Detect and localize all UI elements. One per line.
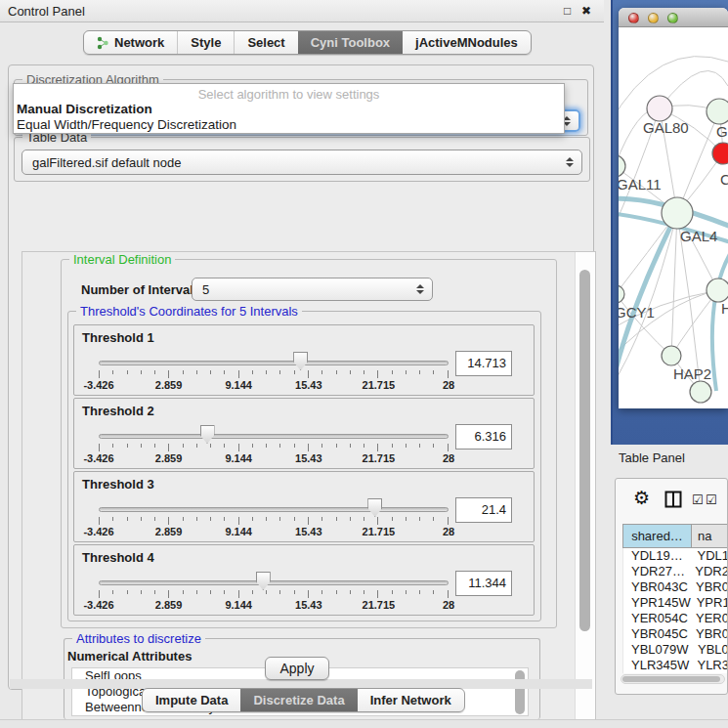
list-scrollbar[interactable]: [515, 670, 525, 714]
HAP2-node[interactable]: [662, 346, 681, 365]
minimize-traffic-light-icon[interactable]: [648, 13, 659, 23]
threshold-value-field[interactable]: 6.316: [455, 424, 512, 450]
checkbox-icon[interactable]: ☑: [706, 492, 717, 507]
table-row[interactable]: YDR27…YDR2: [623, 564, 728, 579]
bottom-node-node[interactable]: [690, 381, 711, 403]
table-row[interactable]: YER054CYER0: [623, 611, 728, 626]
slider-handle[interactable]: [256, 572, 271, 590]
slider-track[interactable]: [99, 507, 449, 512]
cell-name[interactable]: YPR1: [691, 595, 728, 611]
apply-button[interactable]: Apply: [265, 657, 329, 680]
slider-track[interactable]: [99, 361, 449, 365]
cell-name[interactable]: YER0: [690, 611, 728, 626]
split-columns-icon[interactable]: [664, 491, 682, 508]
threshold-block: Threshold 2 -3.4262.8599.14415.4321.7152…: [73, 398, 535, 469]
GAL4-node[interactable]: [662, 197, 693, 229]
threshold-value-field[interactable]: 21.4: [455, 497, 512, 523]
tick-label: 28: [443, 452, 454, 464]
tab-discretize-data[interactable]: Discretize Data: [240, 689, 357, 711]
horizontal-scrollbar[interactable]: [621, 674, 725, 684]
network-window-titlebar[interactable]: [619, 8, 728, 27]
slider-handle[interactable]: [200, 425, 215, 444]
cell-name[interactable]: YBR0: [690, 626, 728, 642]
tab-infer-network[interactable]: Infer Network: [358, 689, 464, 711]
cell-shared-name[interactable]: YBR045C: [623, 626, 690, 642]
cell-name[interactable]: YBL0: [692, 642, 728, 658]
checkbox-icon[interactable]: ☑: [692, 492, 704, 507]
tick-label: 9.144: [225, 599, 252, 611]
cell-name[interactable]: YDR2: [689, 564, 728, 579]
table-data-combobox[interactable]: galFiltered.sif default node: [21, 150, 582, 175]
dropdown-option-equal-width-frequency[interactable]: Equal Width/Frequency Discretization: [14, 117, 564, 133]
slider-track[interactable]: [99, 434, 449, 439]
cell-name[interactable]: YBR0: [690, 579, 728, 595]
combo-value: 5: [202, 282, 209, 297]
close-traffic-light-icon[interactable]: [628, 13, 639, 23]
threshold-list: Threshold 1 -3.4262.8599.14415.4321.7152…: [73, 324, 535, 618]
node-label: HAP2: [673, 365, 711, 382]
right-node-node[interactable]: [707, 278, 728, 302]
tab-cyni-toolbox[interactable]: Cyni Toolbox: [298, 31, 403, 54]
network-canvas[interactable]: GAL80GCGAL11GAL4GCY1HHAP2: [619, 27, 728, 408]
table-row[interactable]: YBL079WYBL0: [623, 642, 728, 658]
selected-node-node[interactable]: [712, 143, 728, 164]
cell-shared-name[interactable]: YER054C: [623, 611, 690, 626]
cell-shared-name[interactable]: YDL19…: [623, 548, 691, 564]
threshold-value-field[interactable]: 11.344: [455, 571, 512, 596]
gear-icon[interactable]: ⚙: [633, 487, 650, 509]
cell-name[interactable]: YLR3: [691, 658, 728, 673]
table-data-group: Table Data galFiltered.sif default node: [14, 137, 590, 182]
horizontal-scrollbar-thumb[interactable]: [622, 676, 720, 682]
float-window-icon[interactable]: □: [564, 4, 571, 18]
cell-name[interactable]: YDL1: [691, 548, 728, 564]
column-header-shared-name[interactable]: shared…: [623, 525, 692, 547]
panel-title: Control Panel: [8, 4, 85, 19]
close-icon[interactable]: ✖: [581, 4, 591, 18]
column-header-name[interactable]: na: [692, 525, 728, 547]
tab-network[interactable]: Network: [84, 31, 177, 54]
zoom-traffic-light-icon[interactable]: [667, 13, 678, 23]
table-row[interactable]: YBR045CYBR0: [623, 626, 728, 642]
threshold-value-field[interactable]: 14.713: [455, 351, 512, 376]
tick-marks: [99, 517, 449, 525]
table-panel-card: ⚙ ☑ ☑ shared… na YDL19…YDL1YDR27…YDR2YBR…: [615, 478, 728, 695]
dropdown-option-manual-discretization[interactable]: Manual Discretization: [14, 102, 564, 117]
cell-shared-name[interactable]: YPR145W: [623, 595, 691, 611]
slider-handle[interactable]: [367, 498, 382, 517]
top-right-node-node[interactable]: [707, 99, 728, 124]
network-icon: [97, 36, 109, 50]
cell-shared-name[interactable]: YBL079W: [623, 642, 692, 658]
table-row[interactable]: YDL19…YDL1: [623, 548, 728, 564]
cell-shared-name[interactable]: YBR043C: [623, 579, 690, 595]
tab-style[interactable]: Style: [177, 31, 234, 54]
slider-handle[interactable]: [293, 352, 308, 370]
tick-label: -3.426: [83, 526, 113, 537]
node-label: GAL4: [680, 228, 717, 244]
tab-label: Network: [114, 35, 164, 50]
scrollbar-track[interactable]: [575, 252, 595, 719]
control-panel-titlebar: Control Panel □ ✖: [0, 0, 604, 22]
tab-impute-data[interactable]: Impute Data: [143, 689, 240, 711]
table-row[interactable]: YPR145WYPR1: [623, 595, 728, 611]
scrollbar-thumb[interactable]: [579, 270, 590, 631]
tick-label: 28: [443, 599, 454, 611]
cell-shared-name[interactable]: YLR345W: [623, 658, 691, 673]
GAL80-node[interactable]: [647, 96, 672, 121]
table-row[interactable]: YLR345WYLR3: [623, 658, 728, 673]
slider-track[interactable]: [99, 580, 449, 585]
highlighted-edge[interactable]: [712, 252, 728, 391]
number-of-intervals-combobox[interactable]: 5: [192, 278, 433, 301]
edge[interactable]: [671, 213, 677, 356]
tick-label: 2.859: [155, 526, 183, 537]
node-table: shared… na YDL19…YDL1YDR27…YDR2YBR043CYB…: [622, 524, 728, 673]
tab-select[interactable]: Select: [234, 31, 297, 54]
table-panel-title: Table Panel: [619, 450, 685, 465]
network-window[interactable]: GAL80GCGAL11GAL4GCY1HHAP2: [619, 8, 728, 408]
tab-label: Infer Network: [370, 693, 451, 707]
tab-label: jActiveMNodules: [415, 35, 518, 50]
tab-label: Discretize Data: [253, 693, 344, 707]
GCY1-node[interactable]: [619, 285, 624, 303]
table-row[interactable]: YBR043CYBR0: [623, 579, 728, 595]
tab-jactivemnodules[interactable]: jActiveMNodules: [403, 31, 531, 54]
cell-shared-name[interactable]: YDR27…: [623, 564, 689, 579]
